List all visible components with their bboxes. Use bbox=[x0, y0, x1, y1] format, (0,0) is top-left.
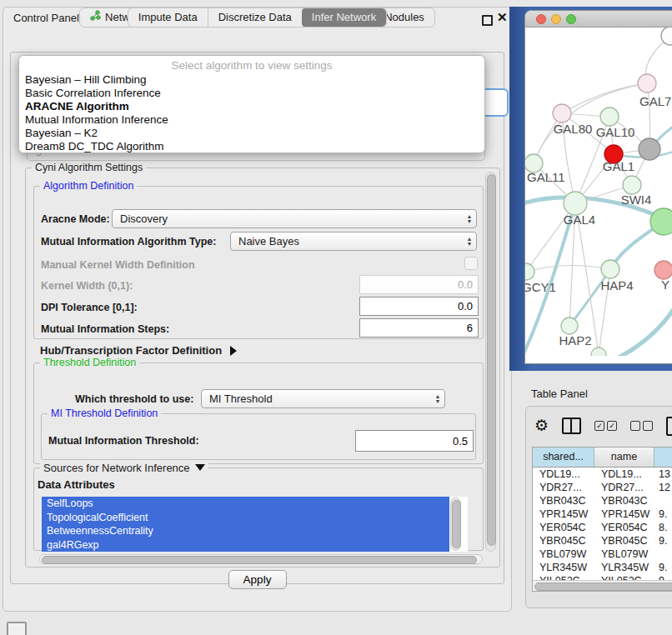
mi-type-label: Mutual Information Algorithm Type: bbox=[41, 236, 216, 248]
cell: YDR27... bbox=[533, 481, 594, 494]
table-function-icon[interactable] bbox=[666, 417, 672, 436]
scrollbar-thumb[interactable] bbox=[42, 556, 477, 564]
cell bbox=[654, 548, 672, 561]
algorithm-option-aracne-algorithm[interactable]: ARACNE Algorithm bbox=[19, 100, 484, 113]
settings-horizontal-scrollbar[interactable] bbox=[39, 554, 483, 564]
sources-toggle[interactable]: Sources for Network Inference bbox=[40, 462, 208, 474]
cell: 8. bbox=[654, 521, 672, 534]
table-row[interactable]: YDL19...YDL19...13 bbox=[533, 468, 672, 481]
network-view-window: GAL7GAL80GAL10GAL1GAL11SWI4GAL4GCY1HAP4Y… bbox=[524, 10, 672, 364]
algorithm-option-bayesian-k2[interactable]: Bayesian – K2 bbox=[19, 127, 484, 140]
kernel-width-field[interactable] bbox=[359, 275, 479, 294]
network-canvas[interactable]: GAL7GAL80GAL10GAL1GAL11SWI4GAL4GCY1HAP4Y… bbox=[525, 28, 672, 356]
tab-impute-data[interactable]: Impute Data bbox=[128, 8, 208, 27]
cell: YER054C bbox=[594, 521, 654, 534]
network-node[interactable] bbox=[650, 208, 672, 235]
node-label-gal1: GAL1 bbox=[603, 159, 634, 173]
cell: YBR045C bbox=[594, 534, 654, 548]
close-traffic-light-icon[interactable] bbox=[536, 14, 546, 24]
node-label-gcy1: GCY1 bbox=[525, 280, 556, 294]
kernel-width-label: Kernel Width (0,1): bbox=[41, 280, 133, 292]
column-header-shared-[interactable]: shared... bbox=[533, 448, 594, 467]
select-all-checkbox-icon[interactable]: ✓✓ bbox=[594, 421, 617, 431]
algorithm-option-bayesian-hill-climbing[interactable]: Bayesian – Hill Climbing bbox=[19, 73, 484, 87]
cell: 12 bbox=[654, 481, 672, 494]
attribute-item-gal4rgexp[interactable]: gal4RGexp bbox=[42, 538, 449, 552]
node-label-gal7: GAL7 bbox=[639, 94, 671, 108]
algorithm-option-dream8-dc-tdc-algorithm[interactable]: Dream8 DC_TDC Algorithm bbox=[19, 140, 484, 153]
manual-kernel-checkbox[interactable] bbox=[464, 257, 478, 270]
cell: 9. bbox=[654, 508, 672, 521]
attribute-item-betweennesscentrality[interactable]: BetweennessCentrality bbox=[42, 524, 449, 538]
gear-icon[interactable]: ⚙ bbox=[534, 417, 549, 435]
threshold-definition-group: Threshold Definition Which threshold to … bbox=[33, 362, 484, 464]
network-node[interactable] bbox=[553, 104, 571, 122]
table-toolbar: ⚙ ✓✓ bbox=[534, 415, 672, 437]
attributes-scrollbar[interactable] bbox=[450, 498, 461, 551]
minimize-traffic-light-icon[interactable] bbox=[551, 14, 561, 24]
network-node[interactable] bbox=[654, 261, 672, 279]
scrollbar-thumb[interactable] bbox=[452, 500, 461, 548]
node-label-gal10: GAL10 bbox=[596, 125, 635, 139]
apply-button[interactable]: Apply bbox=[228, 570, 287, 589]
network-node[interactable] bbox=[564, 192, 587, 215]
cell: YBL079W bbox=[594, 548, 654, 561]
collapsed-panel-icon[interactable] bbox=[7, 622, 27, 635]
network-node[interactable] bbox=[601, 260, 619, 278]
node-label-gal80: GAL80 bbox=[554, 122, 593, 136]
algorithm-option-mutual-information-inference[interactable]: Mutual Information Inference bbox=[19, 113, 484, 127]
network-desktop: GAL7GAL80GAL10GAL1GAL11SWI4GAL4GCY1HAP4Y… bbox=[509, 7, 672, 371]
table-row[interactable]: YBR045CYBR045C9. bbox=[533, 534, 672, 548]
stepper-arrows-icon: ▲▼ bbox=[431, 394, 444, 404]
scrollbar-thumb[interactable] bbox=[487, 174, 496, 546]
which-threshold-combobox[interactable]: MI Threshold ▲▼ bbox=[201, 389, 445, 408]
combobox-value: MI Threshold bbox=[202, 392, 431, 405]
dpi-tolerance-field[interactable] bbox=[359, 297, 479, 316]
table-row[interactable]: YDR27...YDR27...12 bbox=[533, 481, 672, 494]
column-header-2[interactable] bbox=[654, 448, 672, 467]
sources-group: Sources for Network Inference Data Attri… bbox=[33, 468, 484, 551]
table-row[interactable]: YBR043CYBR043C bbox=[533, 494, 672, 508]
network-window-titlebar[interactable] bbox=[525, 11, 672, 28]
sources-title: Sources for Network Inference bbox=[43, 462, 190, 474]
network-node[interactable] bbox=[623, 176, 641, 194]
scrollbar-thumb[interactable] bbox=[534, 582, 672, 591]
table-row[interactable]: YLR345WYLR345W9. bbox=[533, 561, 672, 574]
which-threshold-label: Which threshold to use: bbox=[75, 393, 193, 405]
table-horizontal-scrollbar[interactable] bbox=[533, 580, 672, 591]
deselect-all-checkbox-icon[interactable] bbox=[630, 421, 653, 431]
cyni-toolbox-pane: galFiltered.sif default node Select algo… bbox=[10, 52, 504, 584]
hub-definition-toggle[interactable]: Hub/Transcription Factor Definition bbox=[40, 344, 237, 357]
split-view-icon[interactable] bbox=[562, 418, 581, 434]
table-row[interactable]: YER054CYER054C8. bbox=[533, 521, 672, 534]
tab-infer-network[interactable]: Infer Network bbox=[302, 8, 386, 27]
network-node[interactable] bbox=[591, 348, 606, 356]
table-row[interactable]: YPR145WYPR145W9. bbox=[533, 508, 672, 521]
algorithm-option-basic-correlation-inference[interactable]: Basic Correlation Inference bbox=[19, 87, 484, 100]
tab-discretize-data[interactable]: Discretize Data bbox=[208, 8, 302, 27]
column-header-name[interactable]: name bbox=[594, 448, 654, 467]
settings-vertical-scrollbar[interactable] bbox=[485, 172, 496, 552]
aracne-mode-label: Aracne Mode: bbox=[41, 213, 110, 225]
aracne-mode-combobox[interactable]: Discovery ▲▼ bbox=[112, 209, 477, 228]
cell: YLR345W bbox=[594, 561, 654, 574]
screenshot-root: Control Panel ✕ NetworkStyleSelectCyni T… bbox=[0, 0, 672, 635]
attribute-item-selfloops[interactable]: SelfLoops bbox=[42, 497, 449, 511]
network-node[interactable] bbox=[638, 74, 656, 92]
node-label-gal4: GAL4 bbox=[564, 212, 595, 227]
algorithm-dropdown-popup: Select algorithm to view settings Bayesi… bbox=[18, 55, 485, 153]
mi-threshold-label: Mutual Information Threshold: bbox=[48, 435, 199, 447]
attribute-item-topologicalcoefficient[interactable]: TopologicalCoefficient bbox=[42, 511, 449, 525]
network-node[interactable] bbox=[600, 108, 619, 126]
zoom-traffic-light-icon[interactable] bbox=[566, 14, 576, 24]
network-node[interactable] bbox=[525, 263, 534, 280]
network-node[interactable] bbox=[561, 318, 578, 334]
network-edge bbox=[526, 265, 610, 272]
table-row[interactable]: YBL079WYBL079W bbox=[533, 548, 672, 561]
network-node[interactable] bbox=[639, 138, 660, 160]
node-label-y: Y bbox=[661, 278, 669, 292]
mi-steps-label: Mutual Information Steps: bbox=[41, 323, 169, 335]
mi-threshold-field[interactable] bbox=[355, 430, 474, 452]
mi-steps-field[interactable] bbox=[359, 318, 479, 338]
mi-algorithm-type-combobox[interactable]: Naive Bayes ▲▼ bbox=[230, 232, 477, 251]
